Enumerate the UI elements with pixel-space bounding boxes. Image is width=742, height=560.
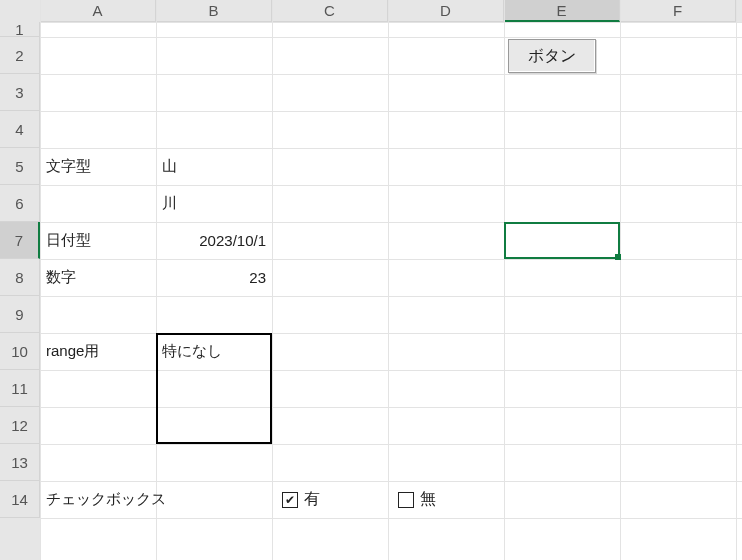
macro-button[interactable]: ボタン xyxy=(508,39,596,73)
row-header-6[interactable]: 6 xyxy=(0,185,40,222)
row-header-9[interactable]: 9 xyxy=(0,296,40,333)
checkbox-no[interactable]: 無 xyxy=(398,489,436,510)
cell-A7[interactable]: 日付型 xyxy=(40,222,156,259)
spreadsheet[interactable]: ABCDEF 1234567891011121314 文字型山川日付型2023/… xyxy=(0,0,742,560)
row-header-5[interactable]: 5 xyxy=(0,148,40,185)
cell-B6[interactable]: 川 xyxy=(156,185,272,222)
row-header-4[interactable]: 4 xyxy=(0,111,40,148)
cell-B10[interactable]: 特になし xyxy=(156,333,272,370)
row-header-11[interactable]: 11 xyxy=(0,370,40,407)
checkbox-box-icon[interactable] xyxy=(282,492,298,508)
row-header-14[interactable]: 14 xyxy=(0,481,40,518)
checkbox-yes[interactable]: 有 xyxy=(282,489,320,510)
cell-A5[interactable]: 文字型 xyxy=(40,148,156,185)
cell-B5[interactable]: 山 xyxy=(156,148,272,185)
checkbox-label: 有 xyxy=(304,489,320,510)
cell-A8[interactable]: 数字 xyxy=(40,259,156,296)
row-header-8[interactable]: 8 xyxy=(0,259,40,296)
cell-grid[interactable]: 文字型山川日付型2023/10/1数字23range用特になしチェックボックスボ… xyxy=(40,0,742,560)
row-header-col: 1234567891011121314 xyxy=(0,0,40,560)
row-header-2[interactable]: 2 xyxy=(0,37,40,74)
active-cell-indicator xyxy=(504,222,620,259)
row-header-3[interactable]: 3 xyxy=(0,74,40,111)
row-header-10[interactable]: 10 xyxy=(0,333,40,370)
cell-A10[interactable]: range用 xyxy=(40,333,156,370)
row-header-13[interactable]: 13 xyxy=(0,444,40,481)
cell-B8[interactable]: 23 xyxy=(156,259,272,296)
row-header-12[interactable]: 12 xyxy=(0,407,40,444)
checkbox-label: 無 xyxy=(420,489,436,510)
cell-B7[interactable]: 2023/10/1 xyxy=(156,222,272,259)
row-header-1[interactable]: 1 xyxy=(0,22,40,37)
checkbox-box-icon[interactable] xyxy=(398,492,414,508)
row-header-7[interactable]: 7 xyxy=(0,222,40,259)
cell-A14[interactable]: チェックボックス xyxy=(40,481,156,518)
